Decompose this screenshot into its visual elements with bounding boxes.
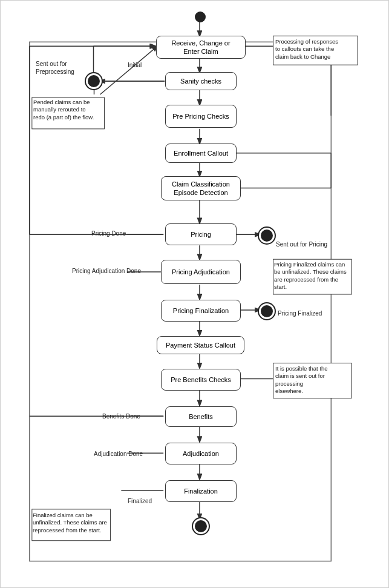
pricing-out-circle [261, 230, 273, 242]
receive-node: Receive, Change orEnter Claim [156, 36, 246, 59]
pricing-adjudication-node: Pricing Adjudication [161, 260, 241, 284]
adjudication-node: Adjudication [165, 443, 237, 464]
finalization-node: Finalization [165, 480, 237, 502]
pricing-finalized-label: Pricing Finalized [278, 309, 322, 317]
pre-benefits-node: Pre Benefits Checks [161, 369, 241, 391]
initial-label: Initial [128, 61, 142, 69]
pricing-node: Pricing [165, 223, 237, 245]
pricing-finalized-circle [261, 305, 273, 317]
pended-claims-label: Pended claims can bemanually rerouted to… [33, 99, 103, 121]
processing-responses-label: Processing of responsesto callouts can t… [275, 38, 356, 61]
finalized-label: Finalized [128, 497, 152, 505]
benefits-node: Benefits [165, 406, 237, 427]
it-is-possible-label: It is possible that theclaim is sent out… [275, 365, 354, 395]
enrollment-node: Enrollment Callout [165, 144, 237, 163]
payment-status-node: Payment Status Callout [157, 336, 244, 354]
finalized-claims-label: Finalized claims can beunfinalized. Thes… [33, 512, 111, 534]
pre-pricing-node: Pre Pricing Checks [165, 105, 237, 128]
svg-line-17 [100, 46, 157, 94]
preprocessing-circle [88, 75, 100, 87]
start-node [195, 12, 206, 22]
sanity-node: Sanity checks [165, 72, 237, 90]
sent-out-pricing-label: Sent out for Pricing [276, 240, 327, 248]
end-node [195, 520, 207, 532]
classification-node: Claim ClassificationEpisode Detection [161, 176, 241, 200]
pricing-finalized-claims-label: Pricing Finalized claims canbe unfinaliz… [274, 261, 355, 291]
benefits-done-label: Benefits Done [102, 412, 140, 420]
pricing-finalization-node: Pricing Finalization [161, 300, 241, 322]
sent-out-preprocessing-label: Sent out forPreprocessing [36, 60, 84, 76]
pricing-adj-done-label: Pricing Adjudication Done [72, 267, 145, 275]
diagram-container: Receive, Change orEnter Claim Sanity che… [0, 0, 389, 588]
adjudication-done-label: Adjudication Done [94, 450, 143, 458]
pricing-done-label: Pricing Done [91, 230, 126, 237]
